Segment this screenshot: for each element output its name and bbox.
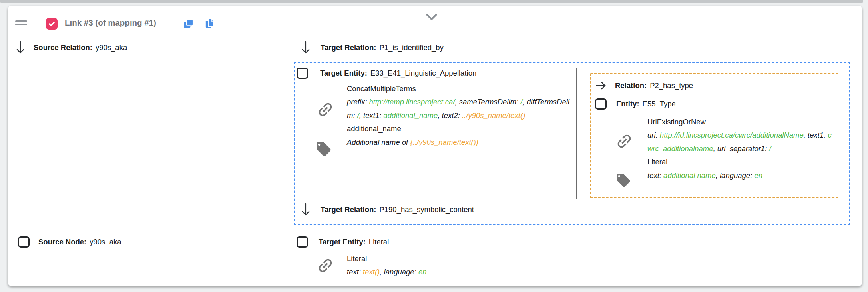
- target-entity-1-checkbox[interactable]: [297, 68, 308, 79]
- mapping-page: Link #3 (of mapping #1) Source Relation:…: [0, 0, 868, 292]
- source-node-label: Source Node:: [38, 238, 86, 246]
- type-relation-value: P2_has_type: [650, 81, 693, 90]
- drag-handle-bar: [15, 24, 27, 26]
- target-relation-1-text: Target Relation: P1_is_identified_by: [321, 43, 444, 52]
- type-relation-row: Relation: P2_has_type: [595, 79, 693, 92]
- chevron-down-glyph: [424, 12, 439, 22]
- drag-handle-icon[interactable]: [15, 20, 27, 25]
- target-relation-1-label: Target Relation:: [321, 43, 376, 52]
- drag-handle-bar: [15, 20, 27, 22]
- target-entity-2-label: Target Entity:: [319, 238, 366, 246]
- literal-function-desc: text: text(), language: en: [347, 265, 555, 278]
- uri-function-params: prefix: http://temp.lincsproject.ca/, sa…: [347, 95, 575, 122]
- link-enabled-checkbox[interactable]: [46, 18, 58, 30]
- target-entity-2-value: Literal: [369, 238, 389, 246]
- type-uri-function-block: UriExistingOrNew uri: http://id.lincspro…: [647, 115, 834, 182]
- paste-icon[interactable]: [204, 18, 215, 29]
- previous-card-edge: [0, 0, 863, 3]
- type-entity-label: Entity:: [616, 100, 639, 108]
- uri-function-name: ConcatMultipleTerms: [347, 82, 575, 95]
- tag-icon: [315, 141, 332, 158]
- type-uri-function-name: UriExistingOrNew: [647, 115, 834, 128]
- type-label-function-name: Literal: [647, 155, 834, 168]
- column-divider: [576, 68, 577, 199]
- source-node-value: y90s_aka: [90, 238, 121, 246]
- target-entity-2-text: Target Entity: Literal: [319, 238, 389, 246]
- uri-function-block: ConcatMultipleTerms prefix: http://temp.…: [347, 82, 575, 149]
- arrow-down-icon: [15, 40, 26, 55]
- source-relation-label: Source Relation:: [34, 43, 92, 52]
- type-entity-text: Entity: E55_Type: [616, 100, 676, 108]
- type-entity-checkbox[interactable]: [595, 98, 607, 110]
- type-uri-function-params: uri: http://id.lincsproject.ca/cwrc/addi…: [647, 128, 834, 155]
- literal-function-block: Literal text: text(), language: en: [347, 252, 555, 279]
- link-title: Link #3 (of mapping #1): [65, 18, 156, 28]
- target-entity-1-label: Target Entity:: [320, 69, 367, 78]
- link-icon: [615, 132, 633, 150]
- source-node-text: Source Node: y90s_aka: [38, 238, 121, 246]
- source-relation-value: y90s_aka: [96, 43, 127, 52]
- literal-function-name: Literal: [347, 252, 555, 265]
- target-entity-1-text: Target Entity: E33_E41_Linguistic_Appell…: [320, 69, 476, 78]
- arrow-down-icon: [301, 202, 311, 217]
- collapse-chevron-down-icon[interactable]: [424, 12, 439, 22]
- copy-icon-glyph: [183, 18, 194, 30]
- target-entity-1-value: E33_E41_Linguistic_Appellation: [370, 69, 476, 78]
- target-relation-2-label: Target Relation:: [321, 205, 376, 214]
- type-relation-label: Relation:: [615, 81, 647, 90]
- link-icon: [316, 256, 334, 275]
- paste-icon-glyph: [204, 18, 215, 29]
- target-relation-2-text: Target Relation: P190_has_symbolic_conte…: [321, 205, 474, 214]
- copy-icon[interactable]: [183, 18, 194, 30]
- type-entity-row: Entity: E55_Type: [595, 97, 676, 111]
- target-entity-1-row: Target Entity: E33_E41_Linguistic_Appell…: [297, 66, 476, 80]
- source-node-checkbox[interactable]: [18, 236, 30, 248]
- target-relation-2-row: Target Relation: P190_has_symbolic_conte…: [301, 201, 474, 218]
- checkmark-icon: [48, 20, 56, 28]
- source-relation-row: Source Relation: y90s_aka: [15, 39, 127, 56]
- target-relation-2-value: P190_has_symbolic_content: [379, 205, 474, 214]
- arrow-right-icon: [595, 80, 607, 91]
- label-function-name: additional_name: [347, 122, 575, 135]
- target-relation-1-row: Target Relation: P1_is_identified_by: [301, 39, 444, 56]
- source-node-row: Source Node: y90s_aka: [18, 235, 121, 249]
- link-icon: [316, 100, 334, 119]
- tag-icon: [615, 172, 631, 188]
- label-function-desc: Additional name of {../y90s_name/text()}: [347, 136, 575, 149]
- target-entity-2-checkbox[interactable]: [297, 236, 308, 248]
- target-entity-2-row: Target Entity: Literal: [297, 235, 389, 249]
- type-label-function-desc: text: additional name, language: en: [647, 169, 834, 182]
- type-entity-value: E55_Type: [643, 100, 676, 108]
- type-relation-text: Relation: P2_has_type: [615, 81, 693, 90]
- arrow-down-icon: [301, 40, 311, 55]
- source-relation-text: Source Relation: y90s_aka: [34, 43, 127, 52]
- target-relation-1-value: P1_is_identified_by: [379, 43, 443, 52]
